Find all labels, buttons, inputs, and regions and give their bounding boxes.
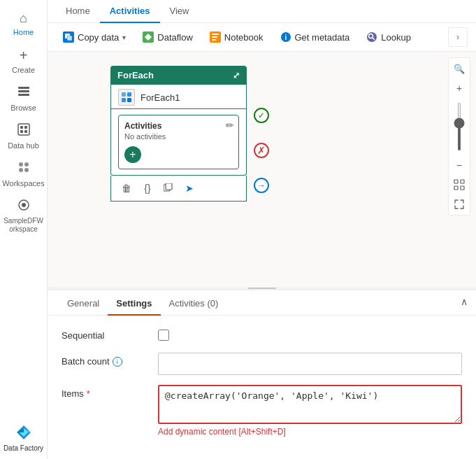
delete-node-button[interactable]: 🗑 (118, 180, 135, 197)
sidebar-item-create-label: Create (12, 66, 35, 74)
code-node-button[interactable]: {} (139, 180, 156, 197)
sequential-checkbox[interactable] (158, 330, 169, 341)
data-factory-icon (14, 423, 34, 442)
toolbar: Copy data ▾ Dataflow Notebook i Get meta… (48, 23, 476, 52)
items-control: Add dynamic content [Alt+Shift+D] (158, 385, 462, 437)
foreach-node: ForEach ⤢ ForEach1 ✏ Activities No activ… (110, 66, 247, 202)
tab-settings[interactable]: Settings (108, 292, 160, 316)
svg-rect-37 (454, 180, 458, 183)
foreach-title-row: ForEach1 (110, 85, 247, 109)
svg-rect-7 (24, 130, 27, 133)
success-connector[interactable]: ✓ (254, 108, 269, 123)
items-row: Items * Add dynamic content [Alt+Shift+D… (62, 385, 462, 437)
expand-view-button[interactable] (450, 195, 468, 213)
svg-rect-32 (127, 92, 131, 97)
tab-general[interactable]: General (59, 292, 108, 316)
svg-rect-4 (20, 126, 23, 129)
panel-collapse-button[interactable]: ∧ (461, 296, 468, 307)
foreach-expand-icon[interactable]: ⤢ (233, 71, 240, 80)
fit-to-screen-button[interactable] (450, 176, 468, 194)
failure-connector[interactable]: ✗ (254, 143, 269, 158)
tab-home[interactable]: Home (56, 0, 100, 23)
browse-icon (17, 85, 30, 101)
sidebar-item-home-label: Home (13, 28, 34, 36)
foreach-inner: ✏ Activities No activities + (110, 109, 247, 176)
dataflow-label: Dataflow (157, 32, 193, 43)
sidebar-item-sampleworkspace-label: SampleDFW orkspace (3, 217, 44, 234)
completion-connector[interactable]: → (254, 178, 269, 193)
foreach-node-name: ForEach1 (140, 92, 180, 103)
svg-rect-1 (18, 90, 29, 92)
foreach-title: ForEach (117, 70, 154, 80)
tab-activities[interactable]: Activities (100, 0, 160, 23)
zoom-search-icon[interactable]: 🔍 (450, 59, 468, 78)
lookup-icon (366, 31, 377, 43)
tab-activities-count[interactable]: Activities (0) (161, 292, 227, 316)
sidebar-item-datahub[interactable]: Data hub (0, 118, 47, 155)
toolbar-more-button[interactable]: › (448, 27, 468, 47)
zoom-controls: 🔍 + − (448, 57, 470, 216)
tab-view[interactable]: View (160, 0, 199, 23)
dataflow-button[interactable]: Dataflow (136, 28, 200, 46)
sampleworkspace-icon (17, 199, 30, 215)
copy-data-button[interactable]: Copy data ▾ (56, 28, 133, 46)
workspaces-icon (17, 161, 30, 177)
notebook-icon (210, 31, 221, 43)
sidebar-item-create[interactable]: + Create (0, 42, 47, 80)
zoom-in-button[interactable]: + (450, 79, 468, 97)
activities-box: ✏ Activities No activities + (118, 115, 239, 169)
add-activity-button[interactable]: + (124, 146, 141, 163)
svg-text:i: i (284, 34, 287, 41)
canvas-area[interactable]: ForEach ⤢ ForEach1 ✏ Activities No activ… (48, 52, 476, 290)
svg-rect-20 (67, 36, 72, 41)
svg-rect-38 (461, 180, 464, 183)
svg-rect-25 (212, 39, 216, 41)
sequential-control (158, 327, 462, 343)
run-node-button[interactable]: ➤ (181, 180, 198, 197)
svg-rect-40 (461, 186, 464, 190)
sidebar-item-browse[interactable]: Browse (0, 80, 47, 118)
sidebar-item-browse-label: Browse (10, 104, 36, 112)
svg-point-10 (19, 168, 23, 172)
svg-rect-24 (212, 36, 217, 38)
svg-point-9 (24, 162, 29, 167)
activities-sub-label: No activities (124, 132, 233, 141)
svg-rect-39 (454, 186, 458, 190)
get-metadata-button[interactable]: i Get metadata (273, 28, 357, 46)
batch-count-control (158, 353, 462, 375)
svg-rect-23 (212, 34, 219, 35)
sidebar-item-datahub-label: Data hub (8, 141, 39, 150)
notebook-button[interactable]: Notebook (203, 28, 271, 46)
side-connectors: ✓ ✗ → (254, 108, 269, 193)
svg-rect-0 (18, 87, 29, 89)
resize-handle-bar (248, 288, 276, 289)
items-required-marker: * (87, 388, 90, 399)
zoom-slider[interactable] (458, 102, 461, 151)
dynamic-content-link[interactable]: Add dynamic content [Alt+Shift+D] (158, 427, 286, 437)
data-factory-logo[interactable]: Data Factory (0, 416, 47, 459)
zoom-out-button[interactable]: − (450, 156, 468, 174)
lookup-label: Lookup (381, 32, 411, 43)
batch-count-label: Batch count i (62, 353, 152, 367)
copy-node-button[interactable] (160, 180, 177, 197)
copy-data-label: Copy data (78, 32, 119, 43)
svg-point-13 (22, 203, 26, 207)
lookup-button[interactable]: Lookup (359, 28, 418, 46)
create-icon: + (20, 48, 28, 64)
svg-rect-5 (24, 126, 27, 129)
resize-handle[interactable] (48, 287, 476, 290)
sidebar-item-workspaces[interactable]: Workspaces (0, 155, 47, 193)
batch-count-row: Batch count i (62, 353, 462, 375)
items-textarea[interactable] (158, 385, 462, 424)
edit-activities-button[interactable]: ✏ (226, 120, 234, 131)
sidebar-item-sampleworkspace[interactable]: SampleDFW orkspace (0, 193, 47, 239)
notebook-label: Notebook (224, 32, 264, 43)
foreach-node-icon (118, 89, 135, 106)
batch-count-info-icon[interactable]: i (113, 357, 122, 367)
svg-rect-36 (166, 183, 172, 190)
zoom-slider-container (458, 99, 461, 155)
svg-point-8 (19, 162, 23, 167)
copy-data-dropdown-arrow: ▾ (122, 34, 126, 41)
sidebar-item-home[interactable]: ⌂ Home (0, 6, 47, 42)
batch-count-input[interactable] (158, 353, 462, 375)
